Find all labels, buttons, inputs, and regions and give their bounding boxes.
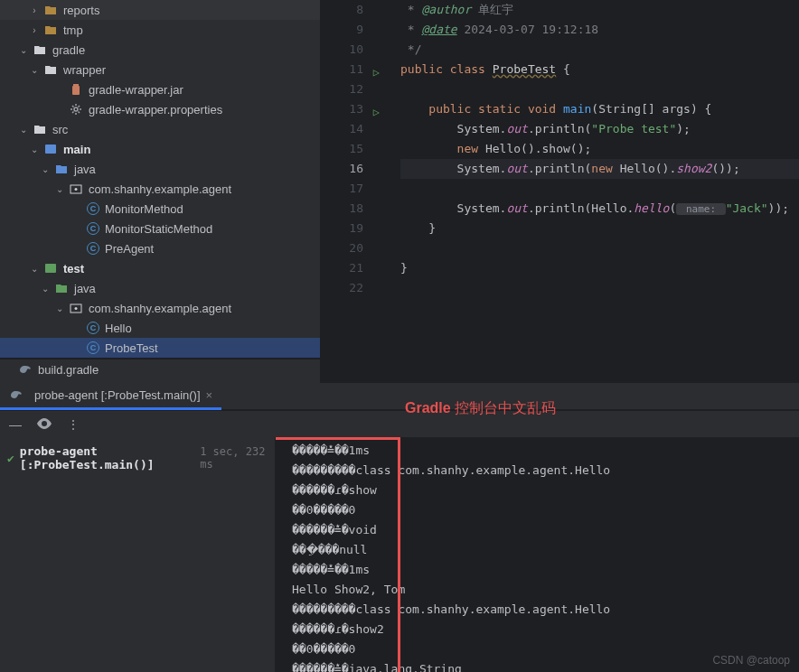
line-gutter[interactable]: 8 9 10 11▷ 12 13▷ 14 15 16 17 18 19 20 2… <box>321 0 371 383</box>
tree-label: ProbeTest <box>105 341 158 355</box>
annotation-text: Gradle 控制台中文乱码 <box>405 399 556 418</box>
tree-folder-java-main[interactable]: java <box>0 159 320 179</box>
line-number: 8 <box>356 3 363 16</box>
line-number: 15 <box>349 142 363 155</box>
line-number: 20 <box>349 241 363 255</box>
package-icon <box>69 182 83 196</box>
folder-icon <box>33 42 47 57</box>
class-icon: C <box>87 202 99 215</box>
console-panel: ✔ probe-agent [:ProbeTest.main()] 1 sec,… <box>0 437 799 672</box>
console-line: ������≛�java.lang.String <box>292 659 783 672</box>
tree-class-probetest[interactable]: C ProbeTest <box>0 338 320 358</box>
eye-icon[interactable] <box>36 417 52 432</box>
svg-rect-0 <box>72 86 80 95</box>
chevron-right-icon <box>29 5 40 15</box>
tree-class-monitormethod[interactable]: C MonitorMethod <box>0 199 320 219</box>
console-line: ���������class com.shanhy.example.agent.… <box>292 461 783 481</box>
tree-folder-main[interactable]: main <box>0 139 320 159</box>
success-icon: ✔ <box>7 452 14 465</box>
jar-icon <box>69 82 83 97</box>
console-line: �����≛��1ms <box>292 560 783 580</box>
run-gutter-icon[interactable]: ▷ <box>373 62 380 82</box>
svg-rect-3 <box>45 145 56 154</box>
task-label: probe-agent [:ProbeTest.main()] <box>20 444 194 471</box>
chevron-down-icon <box>18 44 29 55</box>
more-icon[interactable]: ⋮ <box>67 417 80 432</box>
svg-point-8 <box>75 307 78 310</box>
tree-label: PreAgent <box>105 242 154 256</box>
console-line: ��0�����0 <box>292 500 783 520</box>
chevron-down-icon <box>29 144 40 154</box>
console-output[interactable]: �����≛��1ms ���������class com.shanhy.ex… <box>276 437 799 672</box>
line-number: 13 <box>349 102 363 116</box>
chevron-down-icon <box>40 283 51 294</box>
chevron-down-icon <box>29 263 40 274</box>
chevron-down-icon <box>40 163 51 174</box>
tree-folder-tmp[interactable]: tmp <box>0 20 320 40</box>
task-row[interactable]: ✔ probe-agent [:ProbeTest.main()] 1 sec,… <box>7 444 268 471</box>
module-icon <box>43 261 58 275</box>
console-line: Hello Show2, Tom <box>292 580 783 600</box>
line-number: 9 <box>356 23 363 36</box>
gradle-icon <box>9 387 24 402</box>
tree-label: java <box>74 282 96 295</box>
run-config-tab[interactable]: probe-agent [:ProbeTest.main()] × <box>0 383 221 410</box>
console-line: ���������class com.shanhy.example.agent.… <box>292 600 783 620</box>
folder-icon <box>43 23 58 37</box>
line-number: 22 <box>349 281 363 294</box>
tree-file-jar[interactable]: gradle-wrapper.jar <box>0 79 320 99</box>
tree-file-properties[interactable]: gradle-wrapper.properties <box>0 99 320 119</box>
console-line: ������ɾ�show2 <box>292 620 783 639</box>
tree-folder-reports[interactable]: reports <box>0 0 320 20</box>
line-number: 10 <box>349 42 363 56</box>
class-icon: C <box>87 222 99 235</box>
class-icon: C <box>87 341 99 354</box>
tree-label: build.gradle <box>38 363 99 377</box>
tree-label: reports <box>63 4 99 17</box>
gear-icon <box>69 102 83 117</box>
folder-icon <box>33 122 47 136</box>
console-line: �����≛��1ms <box>292 441 783 461</box>
console-line: ���ֵ���null <box>292 540 783 560</box>
close-icon[interactable]: × <box>206 388 213 402</box>
line-number: 21 <box>349 261 363 275</box>
line-number: 18 <box>349 201 363 215</box>
tree-package-main[interactable]: com.shanhy.example.agent <box>0 179 320 199</box>
tree-label: gradle <box>52 43 85 57</box>
gradle-icon <box>18 362 33 377</box>
class-icon: C <box>87 322 99 334</box>
code-editor[interactable]: 8 9 10 11▷ 12 13▷ 14 15 16 17 18 19 20 2… <box>321 0 799 383</box>
tree-class-hello[interactable]: C Hello <box>0 318 320 338</box>
minus-icon[interactable]: — <box>9 417 22 432</box>
tree-folder-wrapper[interactable]: wrapper <box>0 60 320 79</box>
task-tree[interactable]: ✔ probe-agent [:ProbeTest.main()] 1 sec,… <box>0 437 276 672</box>
tree-folder-gradle[interactable]: gradle <box>0 40 320 60</box>
line-number: 19 <box>349 221 363 235</box>
console-line: ������ɾ�show <box>292 481 783 500</box>
line-number: 16 <box>349 162 363 175</box>
tree-label: src <box>52 123 68 136</box>
project-tree[interactable]: reports tmp gradle wrapper gradle-wrappe… <box>0 0 321 383</box>
run-gutter-icon[interactable]: ▷ <box>373 102 380 122</box>
folder-icon <box>43 3 58 17</box>
tree-label: main <box>63 143 90 156</box>
code-content[interactable]: * @author 单红宇 * @date 2024-03-07 19:12:1… <box>393 0 799 383</box>
tree-class-monitorstaticmethod[interactable]: C MonitorStaticMethod <box>0 219 320 238</box>
tree-label: MonitorStaticMethod <box>105 222 212 236</box>
chevron-right-icon <box>29 24 40 35</box>
tree-folder-test[interactable]: test <box>0 258 320 278</box>
tree-folder-java-test[interactable]: java <box>0 278 320 298</box>
tree-class-preagent[interactable]: C PreAgent <box>0 238 320 258</box>
tree-folder-src[interactable]: src <box>0 119 320 139</box>
svg-rect-6 <box>45 264 56 273</box>
tree-label: java <box>74 163 96 176</box>
package-icon <box>69 301 83 315</box>
folder-icon <box>43 62 58 77</box>
chevron-down-icon <box>54 303 65 313</box>
tool-window-toolbar: — ⋮ <box>0 410 799 437</box>
tree-file-buildgradle[interactable]: build.gradle <box>0 359 320 379</box>
tree-package-test[interactable]: com.shanhy.example.agent <box>0 298 320 318</box>
task-duration: 1 sec, 232 ms <box>200 445 268 471</box>
line-number: 11 <box>349 62 363 76</box>
tree-label: gradle-wrapper.jar <box>89 83 183 97</box>
